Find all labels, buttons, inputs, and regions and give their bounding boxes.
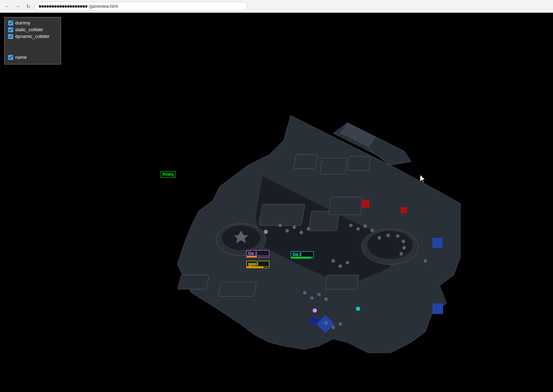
svg-rect-39 <box>325 275 359 289</box>
game-area: dummy static_collider dynamic_collider n… <box>0 13 553 392</box>
svg-rect-37 <box>178 275 210 289</box>
svg-point-10 <box>378 236 381 240</box>
svg-point-30 <box>356 227 360 231</box>
svg-point-53 <box>356 307 360 311</box>
svg-point-36 <box>324 297 328 301</box>
svg-point-48 <box>339 322 342 326</box>
svg-point-29 <box>349 224 353 227</box>
browser-toolbar: ← → ↻ ■■■■■■■■■■■■■■■■■■■ /gameview.html <box>0 0 553 13</box>
label-ga1-health-bar <box>246 256 269 258</box>
svg-point-35 <box>317 293 321 296</box>
svg-rect-21 <box>432 238 442 248</box>
svg-point-25 <box>285 229 289 233</box>
label-gpp3-health-fill <box>247 267 263 268</box>
svg-point-26 <box>292 225 296 229</box>
svg-rect-20 <box>401 207 407 213</box>
svg-point-9 <box>367 231 413 259</box>
svg-point-43 <box>331 259 335 263</box>
svg-rect-22 <box>432 303 443 314</box>
svg-rect-19 <box>362 200 369 208</box>
svg-point-46 <box>324 321 328 325</box>
svg-point-13 <box>402 240 405 243</box>
svg-point-44 <box>339 264 342 268</box>
svg-rect-18 <box>329 197 362 215</box>
label-ga1-health-fill <box>247 256 257 257</box>
back-button[interactable]: ← <box>3 2 11 11</box>
game-map-svg: .wall { fill: #2a3038; stroke: #5a6878; … <box>121 105 461 353</box>
url-text: ■■■■■■■■■■■■■■■■■■■ /gameview.html <box>39 4 118 9</box>
map-container: .wall { fill: #2a3038; stroke: #5a6878; … <box>0 13 553 392</box>
svg-point-33 <box>303 291 307 295</box>
svg-point-28 <box>307 227 310 231</box>
svg-rect-38 <box>218 282 257 296</box>
svg-point-50 <box>264 230 268 234</box>
svg-point-32 <box>370 229 374 232</box>
svg-point-47 <box>331 326 335 329</box>
svg-point-31 <box>363 224 367 228</box>
svg-rect-40 <box>294 155 317 169</box>
svg-rect-42 <box>348 156 370 170</box>
svg-point-14 <box>402 246 406 250</box>
forward-button[interactable]: → <box>13 2 22 11</box>
svg-point-24 <box>278 224 282 227</box>
svg-point-27 <box>300 231 303 234</box>
svg-point-11 <box>386 234 390 237</box>
svg-point-49 <box>424 259 427 263</box>
svg-point-34 <box>310 296 314 300</box>
svg-point-45 <box>346 261 349 264</box>
svg-point-15 <box>400 252 403 256</box>
label-ga2-health-bar <box>291 257 314 259</box>
address-bar[interactable]: ■■■■■■■■■■■■■■■■■■■ /gameview.html <box>35 2 247 11</box>
label-gpp3-health-bar <box>246 266 269 268</box>
svg-rect-16 <box>259 204 305 225</box>
reload-button[interactable]: ↻ <box>24 2 33 11</box>
label-ga2-health-fill <box>291 257 311 258</box>
svg-point-12 <box>396 234 400 238</box>
svg-point-51 <box>313 308 317 313</box>
svg-rect-41 <box>320 158 347 174</box>
